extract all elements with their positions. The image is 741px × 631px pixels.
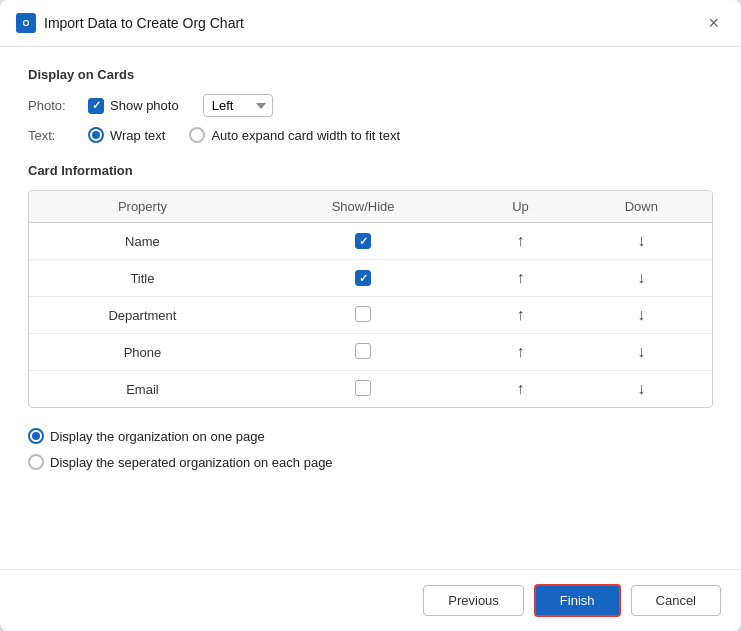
table-row: Phone↑↓: [29, 334, 712, 371]
table-row: Name✓↑↓: [29, 223, 712, 260]
cell-showhide: [256, 371, 470, 408]
position-select-wrap: Left Right Top: [203, 94, 273, 117]
cell-property: Name: [29, 223, 256, 260]
option1-label: Display the organization on one page: [50, 429, 265, 444]
cell-property: Email: [29, 371, 256, 408]
table-row: Email↑↓: [29, 371, 712, 408]
show-photo-checkmark: ✓: [88, 98, 104, 114]
auto-expand-radio-circle: [189, 127, 205, 143]
option1-inner: [32, 432, 40, 440]
cell-property: Title: [29, 260, 256, 297]
text-row: Text: Wrap text Auto expand card width t…: [28, 127, 713, 143]
down-button[interactable]: ↓: [633, 230, 649, 252]
checkbox-unchecked: [355, 306, 371, 322]
showhide-checkbox[interactable]: [355, 380, 371, 396]
import-dialog: O Import Data to Create Org Chart × Disp…: [0, 0, 741, 631]
table-row: Department↑↓: [29, 297, 712, 334]
cell-down: ↓: [571, 297, 712, 334]
position-select[interactable]: Left Right Top: [203, 94, 273, 117]
dialog-footer: Previous Finish Cancel: [0, 569, 741, 631]
down-button[interactable]: ↓: [633, 304, 649, 326]
up-button[interactable]: ↑: [513, 230, 529, 252]
display-cards-section: Display on Cards Photo: ✓ Show photo Lef…: [28, 67, 713, 143]
up-button[interactable]: ↑: [513, 378, 529, 400]
wrap-text-radio-inner: [92, 131, 100, 139]
col-showhide: Show/Hide: [256, 191, 470, 223]
col-property: Property: [29, 191, 256, 223]
up-button[interactable]: ↑: [513, 341, 529, 363]
checkbox-checked: ✓: [355, 233, 371, 249]
checkbox-checked: ✓: [355, 270, 371, 286]
showhide-checkbox[interactable]: ✓: [355, 233, 371, 249]
show-photo-checkbox[interactable]: ✓ Show photo: [88, 98, 179, 114]
dialog-title: Import Data to Create Org Chart: [44, 15, 694, 31]
table-row: Title✓↑↓: [29, 260, 712, 297]
showhide-checkbox[interactable]: [355, 343, 371, 359]
show-photo-label: Show photo: [110, 98, 179, 113]
cell-showhide: ✓: [256, 260, 470, 297]
dialog-content: Display on Cards Photo: ✓ Show photo Lef…: [0, 47, 741, 569]
up-button[interactable]: ↑: [513, 304, 529, 326]
cell-property: Department: [29, 297, 256, 334]
cell-showhide: ✓: [256, 223, 470, 260]
checkbox-unchecked: [355, 343, 371, 359]
down-button[interactable]: ↓: [633, 267, 649, 289]
card-info-section: Card Information Property Show/Hide Up D…: [28, 163, 713, 408]
showhide-checkbox[interactable]: [355, 306, 371, 322]
close-button[interactable]: ×: [702, 12, 725, 34]
auto-expand-label: Auto expand card width to fit text: [211, 128, 400, 143]
cell-down: ↓: [571, 371, 712, 408]
option2-circle: [28, 454, 44, 470]
dialog-icon: O: [16, 13, 36, 33]
cell-up: ↑: [470, 223, 570, 260]
option1-radio[interactable]: Display the organization on one page: [28, 428, 265, 444]
checkbox-unchecked: [355, 380, 371, 396]
cell-up: ↑: [470, 260, 570, 297]
down-button[interactable]: ↓: [633, 341, 649, 363]
card-info-label: Card Information: [28, 163, 713, 178]
showhide-checkbox[interactable]: ✓: [355, 270, 371, 286]
wrap-text-radio-circle: [88, 127, 104, 143]
cell-down: ↓: [571, 260, 712, 297]
wrap-text-radio[interactable]: Wrap text: [88, 127, 165, 143]
previous-button[interactable]: Previous: [423, 585, 524, 616]
finish-button[interactable]: Finish: [534, 584, 621, 617]
photo-label: Photo:: [28, 98, 88, 113]
svg-text:O: O: [22, 18, 29, 28]
display-options-section: Display the organization on one page Dis…: [28, 428, 713, 470]
title-bar: O Import Data to Create Org Chart ×: [0, 0, 741, 47]
wrap-text-label: Wrap text: [110, 128, 165, 143]
option2-label: Display the seperated organization on ea…: [50, 455, 333, 470]
down-button[interactable]: ↓: [633, 378, 649, 400]
cell-showhide: [256, 334, 470, 371]
display-cards-label: Display on Cards: [28, 67, 713, 82]
cell-showhide: [256, 297, 470, 334]
option1-circle: [28, 428, 44, 444]
photo-row: Photo: ✓ Show photo Left Right Top: [28, 94, 713, 117]
cell-down: ↓: [571, 334, 712, 371]
cancel-button[interactable]: Cancel: [631, 585, 721, 616]
up-button[interactable]: ↑: [513, 267, 529, 289]
option1-row: Display the organization on one page: [28, 428, 713, 444]
card-info-table: Property Show/Hide Up Down Name✓↑↓Title✓…: [28, 190, 713, 408]
option2-row: Display the seperated organization on ea…: [28, 454, 713, 470]
cell-property: Phone: [29, 334, 256, 371]
table-header-row: Property Show/Hide Up Down: [29, 191, 712, 223]
auto-expand-radio[interactable]: Auto expand card width to fit text: [189, 127, 400, 143]
cell-up: ↑: [470, 334, 570, 371]
col-up: Up: [470, 191, 570, 223]
cell-down: ↓: [571, 223, 712, 260]
option2-radio[interactable]: Display the seperated organization on ea…: [28, 454, 333, 470]
col-down: Down: [571, 191, 712, 223]
text-label: Text:: [28, 128, 88, 143]
cell-up: ↑: [470, 371, 570, 408]
cell-up: ↑: [470, 297, 570, 334]
